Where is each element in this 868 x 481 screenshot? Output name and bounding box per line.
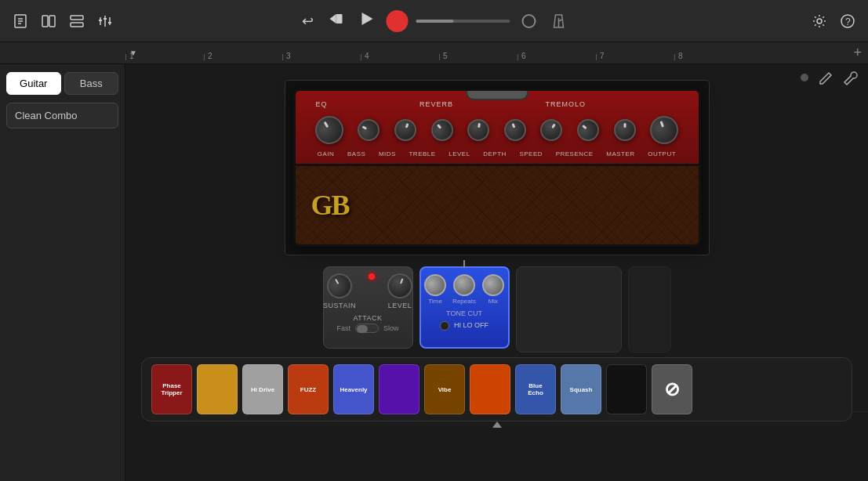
pedal-thumb-fuzz[interactable]: FUZZ — [288, 364, 329, 414]
pedal-browser-wrapper: Phase TripperHi DriveFUZZHeavenlyVibeBlu… — [125, 356, 868, 428]
add-track-button[interactable]: + — [853, 45, 862, 61]
slow-label: Slow — [383, 324, 399, 332]
tremolo-label: TREMOLO — [546, 100, 587, 108]
ruler-mark-4: 4 — [361, 52, 439, 60]
main-area: Guitar Bass Clean Combo — [0, 64, 868, 481]
mix-knob[interactable] — [481, 273, 506, 298]
wrench-icon[interactable] — [843, 71, 859, 90]
ruler-mark-6: 6 — [518, 52, 596, 60]
play-button[interactable] — [354, 7, 378, 34]
svg-text:?: ? — [845, 16, 851, 27]
split-view-icon[interactable] — [38, 10, 60, 32]
svg-rect-4 — [42, 16, 48, 27]
presence-knob[interactable] — [572, 114, 603, 145]
pedal-thumb-no-pedal[interactable]: ⊘ — [652, 364, 692, 414]
eq-label: EQ — [316, 100, 328, 108]
amp-section-labels: EQ REVERB TREMOLO — [308, 100, 686, 108]
ruler-mark-1: 1 — [125, 52, 204, 60]
instrument-tab-group: Guitar Bass — [6, 72, 118, 95]
dot-indicator — [801, 74, 808, 81]
attack-range: Fast Slow — [336, 324, 398, 333]
svg-rect-6 — [71, 16, 83, 20]
rewind-button[interactable] — [325, 8, 347, 34]
ruler-mark-3: 3 — [282, 52, 361, 60]
pedal-thumb-hi-drive[interactable]: Hi Drive — [242, 364, 283, 414]
repeats-knob[interactable] — [452, 273, 477, 298]
pedal-thumb-squash[interactable]: Squash — [561, 364, 601, 414]
toolbar-right: ? — [808, 10, 859, 32]
level-knob[interactable] — [466, 118, 491, 143]
metronome-icon[interactable] — [547, 10, 569, 32]
sustain-knob[interactable] — [322, 269, 357, 303]
new-file-icon[interactable] — [9, 10, 31, 32]
sidebar: Guitar Bass Clean Combo — [0, 64, 125, 481]
transport-controls: ↩ — [299, 7, 569, 34]
bass-label: BASS — [347, 150, 365, 157]
delay-knobs: Time Repeats Mix — [424, 274, 504, 305]
amp-handle — [466, 89, 528, 100]
pedal-thumb-heavenly[interactable]: Heavenly — [333, 364, 374, 414]
ruler: ▼ 1 2 3 4 5 6 7 8 + — [0, 42, 868, 64]
ruler-mark-2: 2 — [204, 52, 282, 60]
svg-marker-14 — [329, 14, 336, 24]
master-label: MASTER — [606, 150, 634, 157]
pedal-thumb-phase-tripper[interactable]: Phase Tripper — [151, 364, 192, 414]
sustain-label: SUSTAIN — [323, 302, 356, 309]
pencil-icon[interactable] — [818, 71, 833, 90]
amp-knob-labels: GAIN BASS MIDS TREBLE LEVEL DEPTH SPEED … — [308, 150, 686, 157]
svg-rect-15 — [336, 14, 342, 24]
amp-knobs-row — [308, 113, 686, 150]
depth-knob[interactable] — [501, 116, 529, 144]
undo-button[interactable]: ↩ — [299, 9, 317, 33]
pedal-browser[interactable]: Phase TripperHi DriveFUZZHeavenlyVibeBlu… — [141, 357, 852, 421]
help-icon[interactable]: ? — [837, 10, 859, 32]
mids-label: MIDS — [379, 150, 396, 157]
amp-outer: EQ REVERB TREMOLO — [285, 80, 710, 255]
ruler-mark-8: 8 — [674, 52, 753, 60]
content-area: EQ REVERB TREMOLO — [125, 64, 868, 481]
repeats-label: Repeats — [452, 298, 476, 305]
pedal-thumb-orange-pedal[interactable] — [470, 364, 510, 414]
guitar-tab[interactable]: Guitar — [6, 72, 61, 95]
pedal-thumb-purple-pedal[interactable] — [379, 364, 419, 414]
record-button[interactable] — [386, 10, 408, 32]
list-view-icon[interactable] — [66, 10, 88, 32]
gain-knob[interactable] — [310, 110, 348, 149]
amp-logo: GB — [311, 189, 349, 222]
cycle-icon[interactable] — [518, 10, 539, 32]
attack-label: ATTACK — [353, 314, 382, 322]
pedal-slot-1[interactable] — [516, 266, 622, 353]
pedal-thumb-vibe[interactable]: Vibe — [424, 364, 465, 414]
time-knob[interactable] — [421, 271, 449, 299]
settings-icon[interactable] — [808, 10, 830, 32]
svg-point-17 — [522, 15, 535, 27]
amp-section: EQ REVERB TREMOLO — [125, 64, 868, 263]
scroll-marker — [492, 421, 502, 428]
level-knob[interactable] — [383, 269, 416, 302]
delay-indicator[interactable] — [440, 321, 449, 331]
compressor-pedal[interactable]: SUSTAIN LEVEL ATTACK Fast — [323, 266, 413, 349]
master-knob[interactable] — [614, 119, 636, 141]
svg-rect-7 — [71, 23, 83, 27]
pedal-thumb-blue-echo[interactable]: Blue Echo — [515, 364, 556, 414]
ruler-marks: 1 2 3 4 5 6 7 8 — [125, 42, 853, 63]
pedal-thumb-black-pedal[interactable] — [606, 364, 647, 414]
treble-knob[interactable] — [427, 114, 457, 145]
delay-pedal[interactable]: Time Repeats Mix TONE CUT — [419, 266, 510, 349]
preset-button[interactable]: Clean Combo — [6, 103, 118, 128]
mids-knob[interactable] — [391, 116, 419, 144]
equalizer-icon[interactable] — [94, 10, 116, 32]
hi-lo-label: HI LO OFF — [454, 321, 488, 329]
bass-tab[interactable]: Bass — [64, 72, 119, 95]
output-label: OUTPUT — [648, 150, 676, 157]
treble-label: TREBLE — [409, 150, 435, 157]
pedal-thumb-yellow-pedal[interactable] — [197, 364, 238, 414]
pedal-slot-2[interactable] — [628, 266, 671, 353]
bass-knob[interactable] — [354, 115, 383, 145]
speed-knob[interactable] — [536, 115, 566, 145]
output-knob[interactable] — [646, 112, 682, 148]
ruler-mark-5: 5 — [439, 52, 518, 60]
speed-label: SPEED — [519, 150, 543, 157]
progress-bar[interactable] — [416, 20, 510, 23]
top-right-icons — [801, 71, 859, 90]
